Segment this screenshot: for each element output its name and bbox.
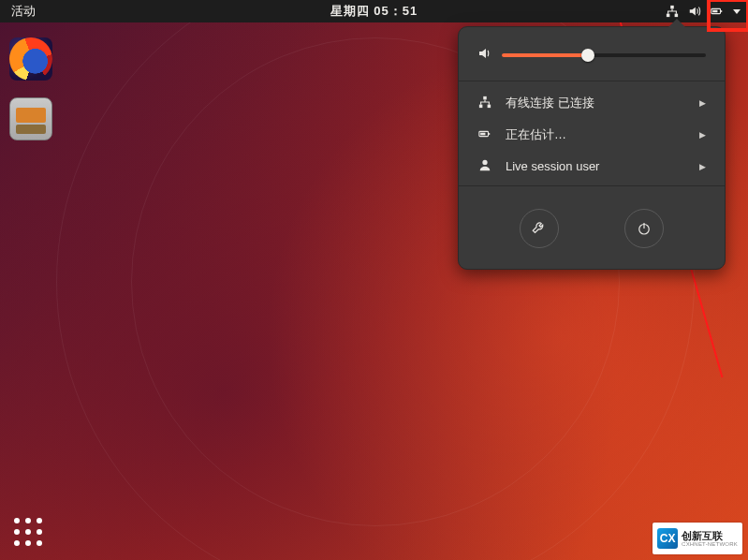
action-button-row	[459, 192, 725, 252]
watermark-cn: 创新互联	[682, 531, 738, 541]
svg-rect-1	[667, 14, 670, 18]
battery-icon	[477, 127, 492, 143]
separator	[459, 81, 725, 81]
svg-rect-10	[489, 133, 490, 135]
system-menu-popover: 有线连接 已连接 ▶ 正在估计… ▶ Live session user ▶	[458, 26, 726, 270]
volume-slider[interactable]	[502, 53, 706, 57]
svg-rect-6	[483, 96, 487, 99]
power-button[interactable]	[624, 209, 664, 248]
svg-rect-5	[712, 10, 717, 13]
top-bar: 活动 星期四 05：51	[0, 0, 748, 22]
chevron-down-icon	[733, 9, 741, 14]
network-wired-icon	[477, 96, 492, 111]
chevron-right-icon: ▶	[699, 98, 706, 108]
menu-item-label: 正在估计…	[506, 126, 686, 143]
dock	[9, 37, 52, 140]
volume-slider-thumb[interactable]	[581, 49, 594, 62]
settings-button[interactable]	[520, 209, 559, 248]
svg-point-12	[482, 160, 487, 165]
svg-rect-8	[488, 104, 491, 108]
menu-item-user[interactable]: Live session user ▶	[459, 151, 725, 182]
svg-rect-2	[675, 14, 679, 18]
volume-icon	[688, 5, 701, 18]
volume-icon	[477, 46, 492, 64]
svg-rect-0	[670, 6, 674, 9]
watermark: CX 创新互联 CXHNET-NETWORK	[653, 523, 742, 554]
wrench-icon	[531, 220, 548, 237]
network-wired-icon	[666, 5, 679, 18]
dock-icon-firefox[interactable]	[9, 37, 52, 81]
chevron-right-icon: ▶	[699, 130, 706, 140]
svg-rect-11	[480, 132, 485, 135]
activities-button[interactable]: 活动	[0, 3, 47, 20]
svg-rect-4	[721, 10, 722, 12]
dock-icon-file-manager[interactable]	[9, 97, 52, 140]
user-icon	[477, 158, 492, 174]
separator	[459, 185, 725, 186]
clock[interactable]: 星期四 05：51	[330, 3, 418, 20]
menu-item-label: Live session user	[506, 159, 686, 173]
menu-item-network[interactable]: 有线连接 已连接 ▶	[459, 87, 725, 119]
chevron-right-icon: ▶	[699, 162, 706, 171]
power-icon	[636, 220, 653, 237]
menu-item-label: 有线连接 已连接	[506, 95, 686, 111]
volume-row	[459, 42, 725, 77]
watermark-logo: CX	[657, 528, 678, 549]
watermark-en: CXHNET-NETWORK	[682, 541, 738, 547]
svg-rect-7	[479, 104, 483, 108]
battery-icon	[711, 5, 724, 18]
menu-item-battery[interactable]: 正在估计… ▶	[459, 119, 725, 151]
show-applications-button[interactable]	[11, 515, 45, 549]
